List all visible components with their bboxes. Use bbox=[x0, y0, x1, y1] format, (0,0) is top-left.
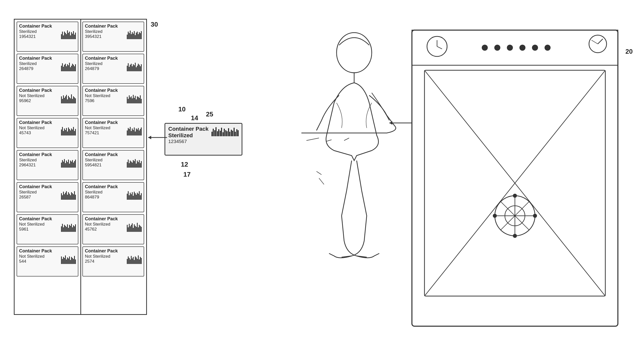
svg-line-37 bbox=[319, 178, 324, 184]
container-pack: Container PackSterilized264879 bbox=[17, 54, 78, 84]
pack-status: Not Sterilized bbox=[19, 222, 52, 227]
pack-number: 757421 bbox=[85, 130, 118, 135]
pack-label: Container Pack bbox=[19, 24, 52, 29]
pack-number: 544 bbox=[19, 259, 52, 264]
svg-point-29 bbox=[493, 214, 497, 218]
pack-label: Container Pack bbox=[85, 152, 118, 158]
pack-status: Sterilized bbox=[19, 158, 52, 163]
svg-line-36 bbox=[316, 171, 321, 175]
container-pack: Container PackSterilized264879 bbox=[82, 54, 144, 84]
container-pack: Container PackSterilized2964321 bbox=[17, 150, 78, 180]
container-pack: Container PackSterilized864879 bbox=[82, 182, 144, 212]
pack-number: 5961 bbox=[19, 227, 52, 232]
svg-point-28 bbox=[513, 234, 517, 238]
pack-status: Sterilized bbox=[19, 61, 52, 66]
pack-number: 864879 bbox=[85, 195, 118, 200]
pack-label: Container Pack bbox=[85, 56, 118, 61]
pack-status: Not Sterilized bbox=[85, 222, 118, 227]
pack-label: Container Pack bbox=[85, 216, 118, 222]
pack-status: Sterilized bbox=[19, 190, 52, 195]
barcode bbox=[61, 30, 76, 39]
pack-number: 45762 bbox=[85, 227, 118, 232]
pack-number: 7596 bbox=[85, 98, 118, 103]
container-pack: Container PackSterilized26587 bbox=[17, 182, 78, 212]
pack-status: Sterilized bbox=[85, 190, 118, 195]
barcode bbox=[61, 191, 76, 200]
svg-rect-4 bbox=[412, 30, 618, 326]
pack-status: Sterilized bbox=[85, 29, 118, 34]
container-pack: Container PackSterilized5954821 bbox=[82, 150, 144, 180]
container-pack: Container PackNot Sterilized544 bbox=[17, 246, 78, 277]
container-pack: Container PackNot Sterilized45743 bbox=[17, 118, 78, 148]
pack-number: 264879 bbox=[19, 66, 52, 71]
svg-point-6 bbox=[482, 45, 488, 51]
barcode bbox=[61, 62, 76, 71]
pack-label: Container Pack bbox=[85, 184, 118, 190]
container-pack: Container PackSterilized3954321 bbox=[82, 22, 144, 52]
shelf-left-column: Container PackSterilized1954321Container… bbox=[15, 20, 80, 314]
container-pack: Container PackNot Sterilized95962 bbox=[17, 86, 78, 116]
svg-point-10 bbox=[532, 45, 538, 51]
ref-20: 20 bbox=[625, 48, 633, 55]
svg-line-34 bbox=[327, 140, 332, 141]
pack-label: Container Pack bbox=[85, 88, 118, 93]
barcode bbox=[61, 94, 76, 103]
pack-status: Sterilized bbox=[85, 61, 118, 66]
pack-label: Container Pack bbox=[85, 248, 118, 254]
pack-label: Container Pack bbox=[19, 120, 52, 125]
pack-label: Container Pack bbox=[19, 88, 52, 93]
pack-number: 264879 bbox=[85, 66, 118, 71]
pack-number: 5954821 bbox=[85, 163, 118, 168]
svg-marker-32 bbox=[389, 121, 392, 125]
svg-point-27 bbox=[513, 194, 517, 198]
svg-point-9 bbox=[519, 45, 525, 51]
svg-point-30 bbox=[533, 214, 537, 218]
pack-label: Container Pack bbox=[19, 216, 52, 222]
pack-status: Not Sterilized bbox=[85, 125, 118, 130]
scene: Container PackSterilized1954321Container… bbox=[0, 0, 644, 345]
pack-status: Not Sterilized bbox=[19, 125, 52, 130]
pack-label: Container Pack bbox=[85, 24, 118, 29]
pack-label: Container Pack bbox=[19, 56, 52, 61]
pack-status: Sterilized bbox=[85, 158, 118, 163]
svg-point-7 bbox=[494, 45, 500, 51]
container-pack: Container PackNot Sterilized2574 bbox=[82, 246, 144, 277]
container-pack: Container PackNot Sterilized757421 bbox=[82, 118, 144, 148]
pack-number: 1954321 bbox=[19, 34, 52, 39]
pack-status: Not Sterilized bbox=[19, 254, 52, 259]
pack-number: 26587 bbox=[19, 195, 52, 200]
pack-label: Container Pack bbox=[19, 184, 52, 190]
shelf-unit: Container PackSterilized1954321Container… bbox=[14, 19, 147, 315]
svg-point-8 bbox=[507, 45, 513, 51]
pack-status: Sterilized bbox=[19, 29, 52, 34]
pack-number: 2574 bbox=[85, 259, 118, 264]
pack-label: Container Pack bbox=[19, 248, 52, 254]
svg-line-14 bbox=[437, 46, 442, 49]
svg-line-33 bbox=[306, 138, 319, 141]
pack-status: Not Sterilized bbox=[85, 93, 118, 98]
container-pack: Container PackNot Sterilized7596 bbox=[82, 86, 144, 116]
pack-number: 95962 bbox=[19, 98, 52, 103]
svg-point-11 bbox=[545, 45, 551, 51]
container-pack: Container PackSterilized1954321 bbox=[17, 22, 78, 52]
illustration bbox=[136, 15, 625, 336]
pack-status: Not Sterilized bbox=[19, 93, 52, 98]
svg-rect-5 bbox=[412, 30, 618, 65]
pack-number: 2964321 bbox=[19, 163, 52, 168]
barcode bbox=[61, 126, 76, 135]
svg-line-16 bbox=[598, 39, 603, 44]
svg-line-17 bbox=[592, 40, 598, 44]
container-pack: Container PackNot Sterilized5961 bbox=[17, 214, 78, 244]
barcode bbox=[61, 223, 76, 232]
barcode bbox=[61, 159, 76, 168]
pack-label: Container Pack bbox=[19, 152, 52, 158]
svg-point-2 bbox=[337, 33, 372, 73]
barcode bbox=[61, 255, 76, 264]
shelf-divider bbox=[80, 20, 81, 314]
pack-number: 45743 bbox=[19, 130, 52, 135]
container-pack: Container PackNot Sterilized45762 bbox=[82, 214, 144, 244]
svg-line-35 bbox=[344, 138, 349, 141]
pack-number: 3954321 bbox=[85, 34, 118, 39]
pack-status: Not Sterilized bbox=[85, 254, 118, 259]
pack-label: Container Pack bbox=[85, 120, 118, 125]
